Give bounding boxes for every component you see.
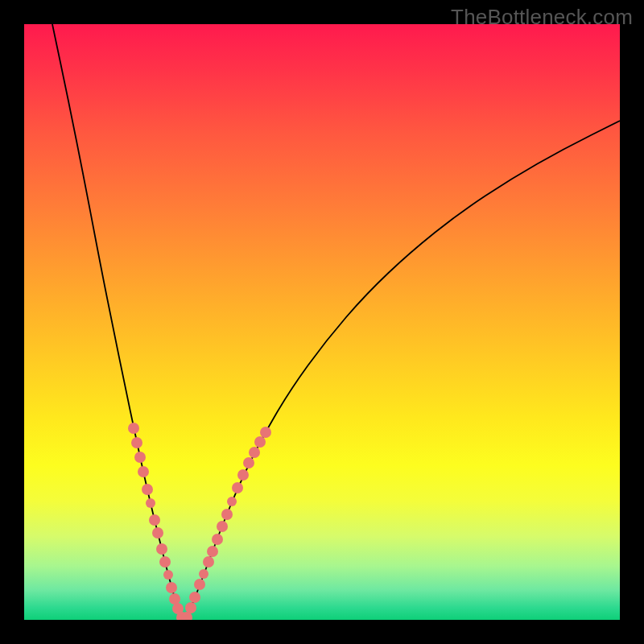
data-marker — [199, 569, 208, 579]
plot-area — [24, 24, 620, 620]
data-marker — [134, 452, 146, 463]
curve-group — [52, 24, 620, 620]
data-marker — [149, 514, 160, 526]
data-marker — [138, 466, 149, 477]
data-marker — [232, 482, 243, 493]
data-marker — [146, 498, 155, 508]
data-marker — [159, 556, 171, 568]
data-marker — [249, 447, 260, 458]
data-marker — [131, 437, 142, 448]
data-marker — [203, 556, 214, 568]
data-marker — [152, 527, 163, 539]
data-marker — [227, 497, 237, 506]
data-marker — [166, 582, 177, 593]
chart-svg — [24, 24, 620, 620]
data-marker — [221, 509, 233, 520]
left-curve — [52, 24, 184, 620]
data-marker — [217, 521, 228, 532]
data-marker — [194, 579, 205, 590]
marker-group — [128, 423, 271, 620]
data-marker — [142, 484, 153, 495]
data-marker — [237, 469, 249, 481]
right-curve — [185, 121, 620, 620]
data-marker — [163, 570, 173, 580]
watermark-text: TheBottleneck.com — [451, 5, 633, 30]
data-marker — [212, 534, 223, 545]
data-marker — [207, 546, 218, 557]
data-marker — [254, 436, 266, 448]
data-marker — [128, 423, 139, 434]
data-marker — [243, 457, 254, 469]
data-marker — [260, 427, 271, 438]
data-marker — [156, 543, 167, 555]
data-marker — [185, 602, 196, 613]
chart-frame: TheBottleneck.com — [0, 0, 644, 644]
data-marker — [189, 592, 200, 603]
data-marker — [169, 593, 180, 605]
